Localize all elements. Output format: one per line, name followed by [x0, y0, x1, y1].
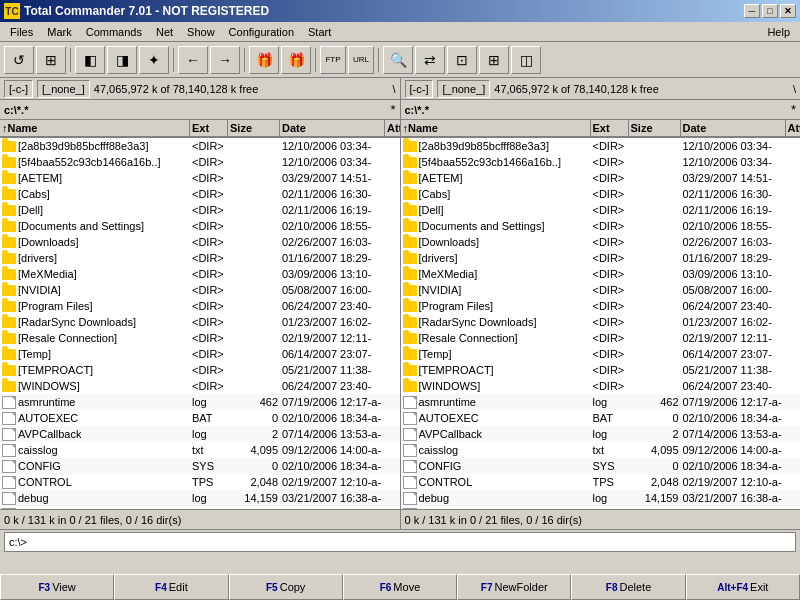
file-row[interactable]: [WINDOWS]<DIR>06/24/2007 23:40- [0, 378, 400, 394]
file-row[interactable]: [Downloads]<DIR>02/26/2007 16:03- [401, 234, 801, 250]
toolbar-grid[interactable]: ⊞ [36, 46, 66, 74]
file-row[interactable]: [Resale Connection]<DIR>02/19/2007 12:11… [0, 330, 400, 346]
close-button[interactable]: ✕ [780, 4, 796, 18]
file-row[interactable]: AVPCallbacklog207/14/2006 13:53-a- [0, 426, 400, 442]
file-row[interactable]: [Dell]<DIR>02/11/2006 16:19- [0, 202, 400, 218]
menu-files[interactable]: Files [4, 25, 39, 39]
left-volume-dropdown[interactable]: [_none_] [37, 80, 90, 98]
right-col-name[interactable]: ↑Name [401, 120, 591, 136]
f3-view-button[interactable]: F3 View [0, 574, 114, 600]
file-row[interactable]: [2a8b39d9b85bcfff88e3a3]<DIR>12/10/2006 … [0, 138, 400, 154]
file-row[interactable]: [NVIDIA]<DIR>05/08/2007 16:00- [0, 282, 400, 298]
toolbar-misc2[interactable]: ⊞ [479, 46, 509, 74]
file-row[interactable]: [NVIDIA]<DIR>05/08/2007 16:00- [401, 282, 801, 298]
toolbar-forward[interactable]: → [210, 46, 240, 74]
menu-start[interactable]: Start [302, 25, 337, 39]
maximize-button[interactable]: □ [762, 4, 778, 18]
f8-delete-button[interactable]: F8 Delete [571, 574, 685, 600]
file-row[interactable]: AVPCallbacklog207/14/2006 13:53-a- [401, 426, 801, 442]
file-row[interactable]: [drivers]<DIR>01/16/2007 18:29- [0, 250, 400, 266]
toolbar-gift2[interactable]: 🎁 [281, 46, 311, 74]
left-file-list[interactable]: [2a8b39d9b85bcfff88e3a3]<DIR>12/10/2006 … [0, 138, 400, 509]
file-row[interactable]: [MeXMedia]<DIR>03/09/2006 13:10- [0, 266, 400, 282]
menu-show[interactable]: Show [181, 25, 221, 39]
file-row[interactable]: [Temp]<DIR>06/14/2007 23:07- [401, 346, 801, 362]
file-row[interactable]: CONTROLTPS2,04802/19/2007 12:10-a- [0, 474, 400, 490]
left-col-attr[interactable]: Attr [385, 120, 400, 136]
file-row[interactable]: [5f4baa552c93cb1466a16b..]<DIR>12/10/200… [0, 154, 400, 170]
toolbar-copy-left[interactable]: ◧ [75, 46, 105, 74]
toolbar-refresh[interactable]: ↺ [4, 46, 34, 74]
right-col-attr[interactable]: Attr [786, 120, 801, 136]
toolbar-misc3[interactable]: ◫ [511, 46, 541, 74]
file-row[interactable]: [Dell]<DIR>02/11/2006 16:19- [401, 202, 801, 218]
left-drive-dropdown[interactable]: [-c-] [4, 80, 33, 98]
left-col-date[interactable]: Date [280, 120, 385, 136]
right-col-size[interactable]: Size [629, 120, 681, 136]
f7-newfolder-button[interactable]: F7 NewFolder [457, 574, 571, 600]
right-file-list[interactable]: [2a8b39d9b85bcfff88e3a3]<DIR>12/10/2006 … [401, 138, 801, 509]
menu-commands[interactable]: Commands [80, 25, 148, 39]
file-row[interactable]: CONFIGSYS002/10/2006 18:34-a- [0, 458, 400, 474]
file-row[interactable]: CONFIGSYS002/10/2006 18:34-a- [401, 458, 801, 474]
file-row[interactable]: [RadarSync Downloads]<DIR>01/23/2007 16:… [401, 314, 801, 330]
toolbar-find[interactable]: 🔍 [383, 46, 413, 74]
left-path-star[interactable]: * [390, 102, 395, 117]
file-row[interactable]: [2a8b39d9b85bcfff88e3a3]<DIR>12/10/2006 … [401, 138, 801, 154]
left-col-ext[interactable]: Ext [190, 120, 228, 136]
file-row[interactable]: [Program Files]<DIR>06/24/2007 23:40- [0, 298, 400, 314]
file-row[interactable]: asmruntimelog46207/19/2006 12:17-a- [401, 394, 801, 410]
toolbar-copy-right[interactable]: ◨ [107, 46, 137, 74]
file-row[interactable]: caisslogtxt4,09509/12/2006 14:00-a- [0, 442, 400, 458]
file-row[interactable]: [Program Files]<DIR>06/24/2007 23:40- [401, 298, 801, 314]
file-row[interactable]: [drivers]<DIR>01/16/2007 18:29- [401, 250, 801, 266]
f6-move-button[interactable]: F6 Move [343, 574, 457, 600]
file-row[interactable]: [Resale Connection]<DIR>02/19/2007 12:11… [401, 330, 801, 346]
file-row[interactable]: caisslogtxt4,09509/12/2006 14:00-a- [401, 442, 801, 458]
toolbar-star[interactable]: ✦ [139, 46, 169, 74]
file-row[interactable]: [WINDOWS]<DIR>06/24/2007 23:40- [401, 378, 801, 394]
file-row[interactable]: debuglog14,15903/21/2007 16:38-a- [0, 490, 400, 506]
right-drive-dropdown[interactable]: [-c-] [405, 80, 434, 98]
file-row[interactable]: AUTOEXECBAT002/10/2006 18:34-a- [0, 410, 400, 426]
right-col-date[interactable]: Date [681, 120, 786, 136]
menu-configuration[interactable]: Configuration [223, 25, 300, 39]
menu-mark[interactable]: Mark [41, 25, 77, 39]
left-col-name[interactable]: ↑Name [0, 120, 190, 136]
menu-help[interactable]: Help [761, 25, 796, 39]
file-row[interactable]: [Documents and Settings]<DIR>02/10/2006 … [401, 218, 801, 234]
toolbar-misc1[interactable]: ⊡ [447, 46, 477, 74]
file-row[interactable]: asmruntimelog46207/19/2006 12:17-a- [0, 394, 400, 410]
minimize-button[interactable]: ─ [744, 4, 760, 18]
file-row[interactable]: CONTROLTPS2,04802/19/2007 12:10-a- [401, 474, 801, 490]
file-row[interactable]: [TEMPROACT]<DIR>05/21/2007 11:38- [401, 362, 801, 378]
file-row[interactable]: [AETEM]<DIR>03/29/2007 14:51- [0, 170, 400, 186]
file-row[interactable]: [TEMPROACT]<DIR>05/21/2007 11:38- [0, 362, 400, 378]
file-row[interactable]: dlcjlog4,33805/08/2007 16:12-a- [0, 506, 400, 509]
file-row[interactable]: [Downloads]<DIR>02/26/2007 16:03- [0, 234, 400, 250]
right-col-ext[interactable]: Ext [591, 120, 629, 136]
f4-edit-button[interactable]: F4 Edit [114, 574, 228, 600]
file-row[interactable]: debuglog14,15903/21/2007 16:38-a- [401, 490, 801, 506]
cmd-input[interactable] [31, 536, 791, 548]
file-row[interactable]: dlcjlog4,33805/08/2007 16:12-a- [401, 506, 801, 509]
file-row[interactable]: AUTOEXECBAT002/10/2006 18:34-a- [401, 410, 801, 426]
right-path-star[interactable]: * [791, 102, 796, 117]
file-row[interactable]: [RadarSync Downloads]<DIR>01/23/2007 16:… [0, 314, 400, 330]
altf4-exit-button[interactable]: Alt+F4 Exit [686, 574, 800, 600]
toolbar-gift1[interactable]: 🎁 [249, 46, 279, 74]
toolbar-url[interactable]: URL [348, 46, 374, 74]
left-col-size[interactable]: Size [228, 120, 280, 136]
toolbar-back[interactable]: ← [178, 46, 208, 74]
file-row[interactable]: [Cabs]<DIR>02/11/2006 16:30- [401, 186, 801, 202]
file-row[interactable]: [Temp]<DIR>06/14/2007 23:07- [0, 346, 400, 362]
file-row[interactable]: [MeXMedia]<DIR>03/09/2006 13:10- [401, 266, 801, 282]
right-volume-dropdown[interactable]: [_none_] [437, 80, 490, 98]
menu-net[interactable]: Net [150, 25, 179, 39]
toolbar-sync[interactable]: ⇄ [415, 46, 445, 74]
command-line[interactable]: c:\> [4, 532, 796, 552]
file-row[interactable]: [Cabs]<DIR>02/11/2006 16:30- [0, 186, 400, 202]
file-row[interactable]: [AETEM]<DIR>03/29/2007 14:51- [401, 170, 801, 186]
f5-copy-button[interactable]: F5 Copy [229, 574, 343, 600]
toolbar-ftp[interactable]: FTP [320, 46, 346, 74]
